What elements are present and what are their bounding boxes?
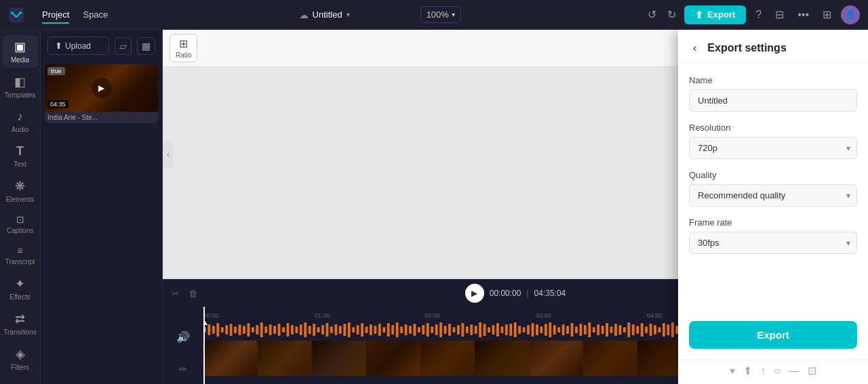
svg-rect-40 [366, 326, 368, 333]
bottom-icon-3[interactable]: ↑ [760, 365, 766, 377]
app-logo[interactable] [8, 7, 24, 23]
svg-rect-77 [527, 325, 530, 335]
sidebar-item-audio[interactable]: ♪ Audio [3, 106, 38, 137]
svg-rect-10 [234, 326, 237, 333]
timeline-delete-button[interactable]: 🗑 [186, 286, 199, 301]
export-panel-title: Export settings [707, 42, 786, 54]
svg-rect-70 [496, 323, 499, 337]
svg-rect-90 [584, 325, 587, 335]
document-title: Untitled [313, 9, 342, 20]
help-button[interactable]: ? [751, 6, 766, 24]
view-mode-grid-button[interactable]: ▦ [137, 37, 155, 55]
track-controls: 🔊 ✏ [163, 320, 203, 384]
svg-rect-72 [505, 324, 508, 335]
user-avatar[interactable]: 👤 [841, 5, 860, 24]
svg-rect-34 [339, 326, 342, 334]
bottom-icon-4[interactable]: ○ [774, 365, 781, 377]
split-view-button[interactable]: ⊞ [818, 5, 835, 24]
resolution-select[interactable]: 720p 1080p 480p 4K [689, 137, 857, 159]
topbar-actions: ↺ ↻ ⬆ Export ? ⊟ ••• ⊞ 👤 [645, 5, 860, 24]
svg-rect-41 [370, 324, 372, 335]
svg-rect-7 [221, 327, 224, 333]
svg-rect-96 [610, 326, 613, 333]
svg-rect-89 [579, 324, 582, 336]
svg-rect-76 [523, 327, 526, 333]
zoom-control[interactable]: 100% ▾ [420, 6, 461, 23]
transitions-icon: ⇄ [15, 312, 25, 326]
bottom-icon-5[interactable]: — [789, 365, 800, 377]
svg-rect-101 [632, 324, 635, 335]
sidebar-item-templates[interactable]: ◧ Templates [3, 70, 38, 103]
name-input[interactable] [689, 89, 857, 112]
timeline-scissors-button[interactable]: ✂ [170, 286, 181, 301]
more-button[interactable]: ••• [793, 6, 813, 24]
sidebar-elements-label: Elements [6, 196, 35, 203]
upload-button[interactable]: ⬆ Upload [47, 37, 109, 55]
svg-rect-74 [514, 322, 517, 337]
svg-rect-109 [667, 324, 669, 335]
bottom-icon-1[interactable]: ▾ [730, 364, 735, 377]
media-duration: 04:35 [47, 100, 68, 108]
svg-rect-88 [575, 326, 578, 333]
pen-button[interactable]: ✏ [177, 362, 189, 377]
undo-button[interactable]: ↺ [645, 5, 659, 24]
bottom-icon-6[interactable]: ⊡ [808, 364, 816, 377]
export-main-button[interactable]: Export [689, 321, 857, 349]
brand-button[interactable]: ⊟ [771, 5, 788, 24]
back-button[interactable]: ‹ [689, 41, 701, 56]
sidebar-item-transitions[interactable]: ⇄ Transitions [3, 307, 38, 340]
document-title-chevron: ▾ [347, 11, 350, 18]
media-item-0[interactable]: ▶ true 04:35 India Arie - Ste... [45, 64, 158, 123]
ratio-button[interactable]: ⊞ Ratio [170, 34, 197, 62]
collapse-panel-button[interactable]: ‹ [163, 141, 174, 168]
export-panel-header: ‹ Export settings [678, 30, 868, 64]
frame-rate-select[interactable]: 30fps 24fps 60fps [689, 232, 857, 254]
svg-rect-78 [532, 323, 534, 337]
svg-rect-98 [619, 325, 622, 335]
sidebar-effects-label: Effects [9, 293, 30, 301]
topbar-nav-space[interactable]: Space [76, 7, 115, 22]
sidebar-item-text[interactable]: T Text [3, 140, 38, 172]
sidebar-item-elements[interactable]: ❋ Elements [3, 175, 38, 207]
sidebar-item-filters[interactable]: ◈ Filters [3, 343, 38, 375]
quality-select[interactable]: Recommended quality High quality Low qua… [689, 184, 857, 207]
sidebar-item-subtitles[interactable]: ▭ [3, 381, 38, 384]
bottom-icon-2[interactable]: ⬆ [743, 364, 752, 377]
svg-rect-12 [243, 326, 245, 334]
volume-button[interactable]: 🔊 [174, 328, 192, 345]
document-title-area[interactable]: ☁ Untitled ▾ [299, 9, 350, 20]
svg-rect-29 [317, 327, 320, 333]
play-button[interactable]: ▶ [465, 284, 484, 303]
sidebar-media-label: Media [11, 56, 29, 64]
resolution-select-wrapper: 720p 1080p 480p 4K ▾ [689, 137, 857, 159]
sidebar-item-captions[interactable]: ⊡ Captions [3, 210, 38, 238]
quality-label: Quality [689, 170, 857, 180]
svg-rect-94 [601, 326, 604, 334]
svg-rect-91 [588, 322, 591, 337]
ruler-mark-2: 02:00 [425, 312, 440, 319]
svg-rect-37 [352, 327, 355, 333]
topbar-nav-project[interactable]: Project [35, 7, 76, 22]
sidebar-item-effects[interactable]: ✦ Effects [3, 272, 38, 305]
zoom-value: 100% [427, 9, 449, 20]
elements-icon: ❋ [15, 179, 25, 194]
svg-rect-93 [597, 324, 599, 335]
sidebar-item-media[interactable]: ▣ Media [3, 35, 38, 68]
ruler-mark-1: 01:00 [315, 312, 330, 319]
text-icon: T [16, 144, 24, 158]
sidebar-item-transcript[interactable]: ≡ Transcript [3, 241, 38, 270]
svg-rect-84 [557, 327, 560, 333]
svg-rect-82 [549, 322, 551, 337]
svg-rect-86 [566, 326, 569, 334]
ratio-label: Ratio [176, 51, 191, 59]
svg-rect-22 [287, 323, 290, 337]
effects-icon: ✦ [15, 276, 25, 291]
view-mode-phone-button[interactable]: ▱ [115, 37, 132, 55]
sidebar-transcript-label: Transcript [5, 258, 35, 265]
svg-rect-35 [343, 324, 346, 336]
redo-button[interactable]: ↻ [665, 5, 679, 24]
svg-rect-21 [282, 327, 285, 333]
topbar-nav: Project Space [35, 7, 115, 22]
svg-rect-14 [252, 327, 254, 333]
export-button[interactable]: ⬆ Export [684, 5, 746, 24]
